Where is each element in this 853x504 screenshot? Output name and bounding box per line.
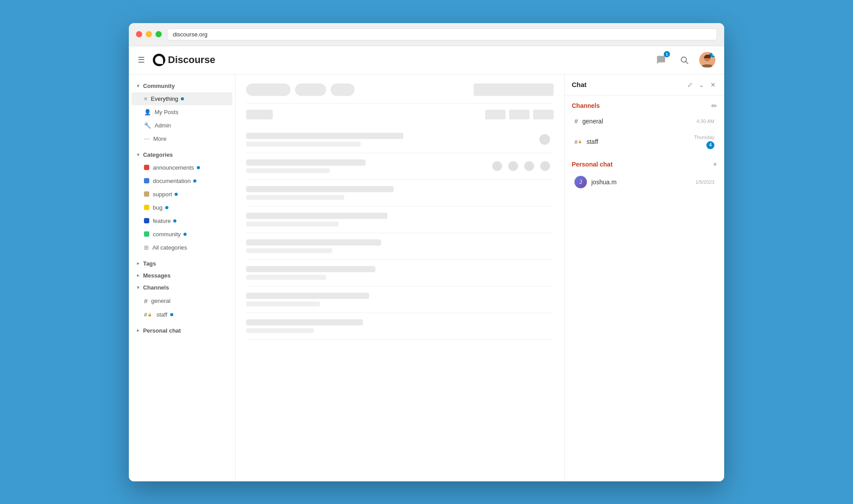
topic-avatar-2d (540, 161, 550, 171)
sub-filter-2 (485, 110, 506, 119)
categories-section-header[interactable]: ▼ Categories (129, 149, 235, 161)
app-container: ☰ Discourse 1 (129, 46, 724, 481)
topic-title-2 (246, 159, 366, 166)
sidebar-item-admin[interactable]: 🔧 Admin (132, 119, 232, 132)
user-avatar-button[interactable]: 1 (699, 52, 715, 68)
sidebar-item-my-posts[interactable]: 👤 My Posts (132, 106, 232, 119)
address-bar[interactable]: discourse.org (167, 28, 717, 40)
chat-shrink-button[interactable]: ⌄ (698, 80, 706, 90)
messages-section-header[interactable]: ▼ Messages (129, 270, 235, 282)
community-color-dot (144, 231, 149, 237)
browser-window: discourse.org ☰ Discourse 1 (129, 23, 724, 481)
general-channel-hash-icon: # (574, 118, 578, 125)
search-icon (680, 56, 689, 64)
everything-icon: ≡ (144, 95, 147, 102)
sidebar-item-feature-label: feature (153, 218, 171, 224)
logo[interactable]: Discourse (152, 53, 215, 67)
topic-avatar-2a (492, 161, 502, 171)
announcements-color-dot (144, 165, 149, 170)
sidebar-item-bug-label: bug (153, 204, 163, 211)
sidebar-item-staff-channel-label: staff (156, 311, 167, 318)
close-button[interactable] (136, 31, 142, 37)
chat-personal-title: Personal chat (572, 161, 713, 168)
sub-filter-right (485, 110, 554, 119)
chat-dm-joshua[interactable]: J joshua.m 1/9/2023 (567, 171, 721, 193)
general-channel-time: 4:30 AM (697, 119, 714, 124)
sidebar-item-bug[interactable]: bug (132, 201, 232, 214)
chat-button[interactable]: 1 (653, 52, 669, 68)
chat-channel-staff[interactable]: # 🔒 staff Thursday 4 (567, 130, 721, 154)
sidebar-item-community[interactable]: community (132, 228, 232, 241)
divider (246, 103, 554, 103)
support-dot (175, 193, 178, 196)
minimize-button[interactable] (146, 31, 152, 37)
sidebar-item-general-channel[interactable]: # general (132, 294, 232, 308)
search-button[interactable] (676, 52, 692, 68)
sidebar-item-announcements[interactable]: announcements (132, 161, 232, 174)
chat-personal-section-header: Personal chat + (565, 154, 724, 171)
channels-chevron: ▼ (136, 285, 140, 290)
topic-sub-3 (246, 195, 344, 200)
my-posts-icon: 👤 (144, 109, 151, 115)
app-header: ☰ Discourse 1 (129, 46, 724, 75)
topic-sub-2 (246, 168, 330, 173)
sidebar-item-my-posts-label: My Posts (155, 109, 178, 115)
topic-sub-8 (246, 328, 314, 333)
sidebar-item-everything[interactable]: ≡ Everything (132, 92, 232, 105)
sidebar-item-everything-label: Everything (151, 95, 178, 102)
chat-personal-add-button[interactable]: + (713, 160, 717, 168)
community-section-header[interactable]: ▼ Community (129, 80, 235, 92)
topic-avatar-2b (508, 161, 518, 171)
topic-sub-5 (246, 248, 332, 253)
sidebar-item-more[interactable]: ⋯ More (132, 132, 232, 145)
sidebar-item-documentation[interactable]: documentation (132, 175, 232, 187)
sub-filter-1 (246, 110, 273, 119)
topic-sub-4 (246, 222, 339, 226)
topic-row-5 (246, 233, 554, 260)
all-categories-icon: ⊞ (144, 244, 149, 251)
topic-title-1 (246, 133, 403, 139)
sidebar-item-staff-channel[interactable]: # 🔒 staff (132, 308, 232, 321)
hamburger-button[interactable]: ☰ (138, 55, 145, 65)
topic-row-2 (246, 153, 554, 180)
chat-channel-general[interactable]: # general 4:30 AM (567, 113, 721, 129)
bug-dot (165, 206, 168, 209)
topic-content-7 (246, 293, 554, 306)
chat-close-button[interactable]: ✕ (709, 80, 717, 90)
sidebar-item-more-label: More (153, 135, 167, 142)
sidebar-item-all-categories[interactable]: ⊞ All categories (132, 241, 232, 254)
sub-filter-3 (509, 110, 530, 119)
topic-content-1 (246, 133, 532, 147)
messages-chevron: ▼ (136, 273, 140, 278)
sidebar-item-admin-label: Admin (155, 122, 171, 129)
chat-header: Chat ⤢ ⌄ ✕ (565, 75, 724, 95)
topic-avatar-2c (524, 161, 534, 171)
topic-meta-2 (492, 161, 554, 171)
topic-row-4 (246, 206, 554, 233)
svg-line-2 (686, 62, 688, 64)
filter-skeleton-2 (295, 83, 326, 96)
topic-title-5 (246, 239, 381, 246)
joshua-dm-avatar: J (574, 176, 587, 188)
topic-content-6 (246, 266, 554, 280)
community-section-label: Community (143, 83, 175, 89)
tags-section-label: Tags (143, 260, 156, 267)
header-actions: 1 (653, 52, 715, 68)
top-filter-bar (246, 83, 554, 96)
chat-expand-button[interactable]: ⤢ (686, 80, 694, 90)
maximize-button[interactable] (155, 31, 162, 37)
sidebar-item-feature[interactable]: feature (132, 214, 232, 227)
everything-dot (181, 97, 184, 100)
joshua-dm-name: joshua.m (591, 179, 695, 186)
announcements-dot (197, 166, 200, 169)
sidebar-item-support[interactable]: support (132, 188, 232, 201)
sidebar-item-documentation-label: documentation (153, 178, 191, 184)
topic-sub-1 (246, 142, 361, 147)
chat-channels-edit-button[interactable]: ✏ (711, 102, 717, 110)
topic-title-6 (246, 266, 375, 272)
sidebar-item-announcements-label: announcements (153, 164, 194, 171)
personal-chat-section-header[interactable]: ▼ Personal chat (129, 325, 235, 337)
channels-section-header[interactable]: ▼ Channels (129, 282, 235, 294)
staff-channel-hash-lock-icon: # 🔒 (574, 139, 582, 145)
tags-section-header[interactable]: ▼ Tags (129, 258, 235, 270)
